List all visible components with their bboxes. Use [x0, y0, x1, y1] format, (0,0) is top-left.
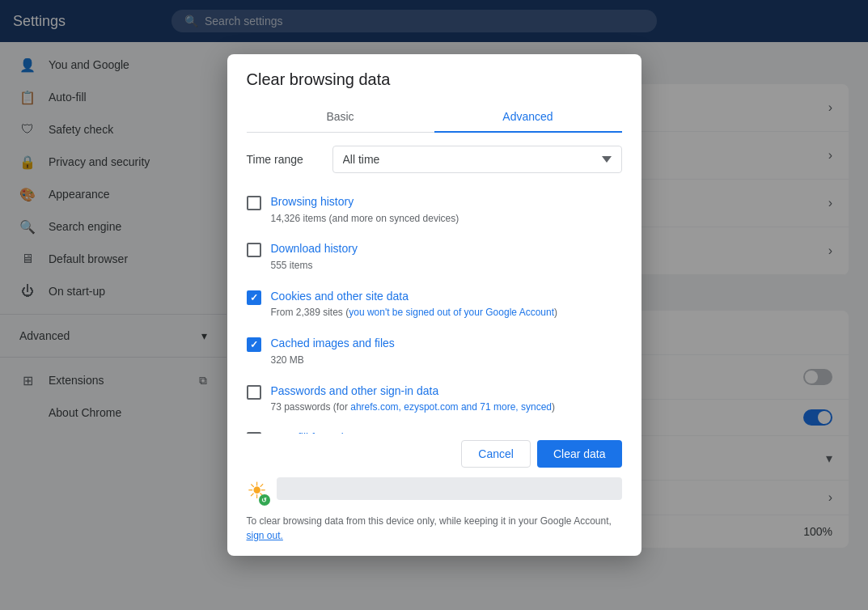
dialog-footer: Cancel Clear data ☀ ↺ To clear browsing … [227, 434, 641, 556]
cancel-button[interactable]: Cancel [461, 440, 531, 468]
checkbox-cookies[interactable]: Cookies and other site data From 2,389 s… [247, 281, 622, 328]
dialog-tabs: Basic Advanced [247, 102, 622, 133]
browsing-history-checkbox[interactable] [247, 196, 261, 210]
clear-browsing-data-dialog: Clear browsing data Basic Advanced Time … [227, 54, 641, 556]
checkbox-passwords[interactable]: Passwords and other sign-in data 73 pass… [247, 375, 622, 422]
dialog-note: To clear browsing data from this device … [247, 514, 622, 543]
cookies-desc-link: you won't be signed out of your Google A… [349, 307, 554, 318]
cached-checkbox[interactable] [247, 337, 261, 352]
sign-out-link[interactable]: sign out. [247, 530, 283, 541]
note-text: To clear browsing data from this device … [247, 515, 612, 527]
info-icon-area: ☀ ↺ [247, 477, 267, 504]
cookies-desc-suffix: ) [554, 307, 557, 318]
dialog-buttons: Cancel Clear data [247, 440, 622, 468]
green-badge: ↺ [259, 494, 270, 506]
time-range-select[interactable]: All time Last hour Last 24 hours Last 7 … [332, 146, 622, 173]
dialog-title: Clear browsing data [247, 70, 622, 89]
dialog-info: ☀ ↺ [247, 477, 622, 504]
browsing-history-text: Browsing history 14,326 items (and more … [271, 194, 622, 225]
time-range-label: Time range [247, 153, 320, 166]
dialog-header: Clear browsing data Basic Advanced [227, 54, 641, 133]
cookies-text: Cookies and other site data From 2,389 s… [271, 289, 622, 320]
checkbox-download-history[interactable]: Download history 555 items [247, 233, 622, 280]
dialog-body: Time range All time Last hour Last 24 ho… [227, 133, 641, 434]
autofill-text: Auto-fill form data [271, 430, 622, 434]
tab-advanced[interactable]: Advanced [434, 102, 622, 133]
autofill-checkbox[interactable] [247, 432, 261, 434]
clear-data-button[interactable]: Clear data [537, 440, 622, 468]
tab-basic[interactable]: Basic [247, 102, 434, 133]
checkbox-autofill-partial[interactable]: Auto-fill form data [247, 422, 622, 434]
download-history-text: Download history 555 items [271, 241, 622, 272]
checkbox-browsing-history[interactable]: Browsing history 14,326 items (and more … [247, 186, 622, 233]
passwords-link: ahrefs.com, ezyspot.com and 71 more, syn… [350, 401, 552, 413]
cookies-desc-prefix: From 2,389 sites ( [271, 307, 349, 318]
download-history-checkbox[interactable] [247, 243, 261, 257]
cookies-checkbox[interactable] [247, 290, 261, 305]
modal-overlay: Clear browsing data Basic Advanced Time … [0, 0, 868, 610]
cached-text: Cached images and files 320 MB [271, 336, 622, 366]
info-bar [277, 477, 622, 500]
checkbox-cached[interactable]: Cached images and files 320 MB [247, 328, 622, 375]
time-range-row: Time range All time Last hour Last 24 ho… [247, 146, 622, 173]
passwords-text: Passwords and other sign-in data 73 pass… [271, 383, 622, 414]
passwords-checkbox[interactable] [247, 385, 261, 400]
